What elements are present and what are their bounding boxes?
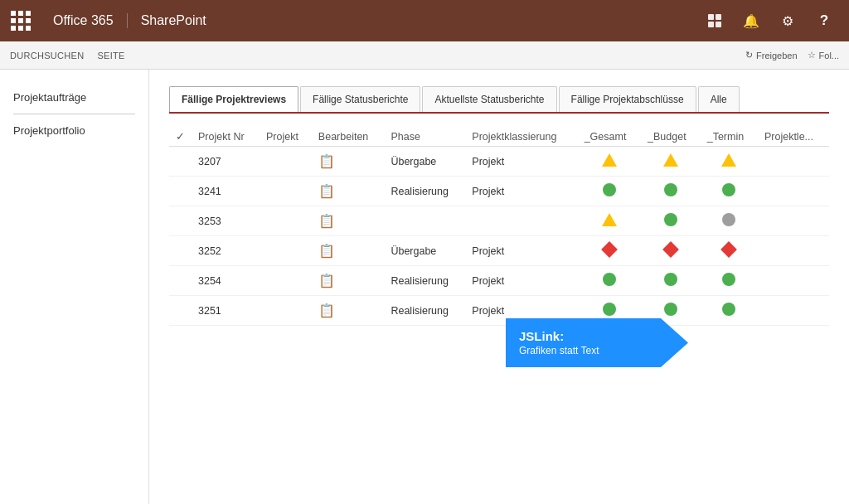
ribbon-durchsuchen[interactable]: Durchsuchen — [10, 51, 84, 61]
row-edit[interactable]: 📋 — [312, 147, 385, 177]
row-phase — [384, 206, 465, 236]
status-green-icon — [603, 183, 616, 196]
status-diamond-icon — [601, 241, 618, 258]
settings-icon[interactable]: ⚙ — [771, 4, 804, 37]
tab-aktuellste-statusberichte[interactable]: Aktuellste Statusberichte — [422, 86, 556, 112]
status-triangle-icon — [602, 153, 617, 167]
row-termin — [701, 147, 758, 177]
callout-subtitle: Grafiken statt Text — [519, 345, 672, 358]
refresh-icon: ↻ — [745, 50, 753, 61]
svg-rect-2 — [708, 22, 714, 27]
delve-icon[interactable] — [698, 4, 731, 37]
row-gesamt — [578, 147, 641, 177]
edit-icon[interactable]: 📋 — [318, 154, 335, 168]
ribbon: Durchsuchen Seite ↻ Freigeben ☆ Fol... — [0, 41, 849, 70]
row-klassierung — [465, 206, 577, 236]
table-row: 3241 📋 Realisierung Projekt — [169, 177, 829, 206]
svg-rect-1 — [716, 14, 721, 20]
top-navigation: Office 365 SharePoint 🔔 ⚙ ? — [0, 0, 849, 41]
folgen-label: Fol... — [819, 51, 839, 61]
top-nav-icons: 🔔 ⚙ ? — [698, 4, 841, 37]
row-klassierung: Projekt — [465, 266, 577, 296]
row-projekt — [260, 296, 312, 326]
row-projektleiter — [758, 206, 829, 236]
row-projektleiter — [758, 296, 829, 326]
row-check — [169, 296, 192, 326]
tab-faellige-statusberichte[interactable]: Fällige Statusberichte — [300, 86, 420, 112]
row-gesamt — [578, 177, 641, 206]
tab-faellige-projektreviews[interactable]: Fällige Projektreviews — [169, 86, 298, 112]
tab-alle[interactable]: Alle — [698, 86, 740, 112]
col-check: ✓ — [169, 127, 192, 147]
row-budget — [641, 266, 701, 296]
row-projekt — [260, 266, 312, 296]
row-projektleiter — [758, 266, 829, 296]
row-projekt — [260, 147, 312, 177]
col-nr: Projekt Nr — [192, 127, 260, 147]
edit-icon[interactable]: 📋 — [318, 244, 335, 258]
row-phase: Realisierung — [384, 266, 465, 296]
row-check — [169, 177, 192, 206]
row-edit[interactable]: 📋 — [312, 206, 385, 236]
row-check — [169, 147, 192, 177]
freigeben-action[interactable]: ↻ Freigeben — [745, 50, 798, 61]
row-check — [169, 236, 192, 266]
project-table: ✓ Projekt Nr Projekt Bearbeiten Phase Pr… — [169, 127, 829, 326]
row-projektleiter — [758, 147, 829, 177]
help-icon[interactable]: ? — [808, 4, 841, 37]
row-projektleiter — [758, 236, 829, 266]
col-klassierung: Projektklassierung — [465, 127, 577, 147]
row-termin — [701, 177, 758, 206]
row-nr: 3241 — [192, 177, 260, 206]
row-nr: 3251 — [192, 296, 260, 326]
grid-icon — [11, 11, 31, 31]
row-edit[interactable]: 📋 — [312, 236, 385, 266]
table-row: 3251 📋 Realisierung Projekt — [169, 296, 829, 326]
ribbon-actions: ↻ Freigeben ☆ Fol... — [745, 50, 839, 61]
folgen-action[interactable]: ☆ Fol... — [808, 50, 839, 61]
status-green-icon — [722, 183, 735, 196]
row-projekt — [260, 236, 312, 266]
jslink-callout: JSLink: Grafiken statt Text — [506, 318, 688, 367]
col-phase: Phase — [384, 127, 465, 147]
col-gesamt: _Gesamt — [578, 127, 641, 147]
row-nr: 3253 — [192, 206, 260, 236]
row-edit[interactable]: 📋 — [312, 266, 385, 296]
row-klassierung: Projekt — [465, 177, 577, 206]
status-green-icon — [603, 273, 616, 286]
star-icon: ☆ — [808, 50, 816, 61]
row-budget — [641, 206, 701, 236]
row-phase: Realisierung — [384, 177, 465, 206]
tab-faellige-projektabschluesse[interactable]: Fällige Projektabschlüsse — [559, 86, 696, 112]
table-row: 3254 📋 Realisierung Projekt — [169, 266, 829, 296]
col-budget: _Budget — [641, 127, 701, 147]
row-edit[interactable]: 📋 — [312, 296, 385, 326]
sidebar: Projektaufträge Projektportfolio — [0, 70, 149, 504]
table-row: 3253 📋 — [169, 206, 829, 236]
status-gray-icon — [722, 213, 735, 226]
row-nr: 3252 — [192, 236, 260, 266]
row-budget — [641, 147, 701, 177]
table-row: 3252 📋 Übergabe Projekt — [169, 236, 829, 266]
status-green-icon — [664, 213, 677, 226]
row-edit[interactable]: 📋 — [312, 177, 385, 206]
row-klassierung: Projekt — [465, 236, 577, 266]
edit-icon[interactable]: 📋 — [318, 184, 335, 198]
notifications-icon[interactable]: 🔔 — [735, 4, 768, 37]
sidebar-item-projektauftraege[interactable]: Projektaufträge — [13, 86, 135, 109]
ribbon-seite[interactable]: Seite — [97, 51, 124, 61]
edit-icon[interactable]: 📋 — [318, 214, 335, 228]
site-title: SharePoint — [141, 13, 698, 28]
table-header: ✓ Projekt Nr Projekt Bearbeiten Phase Pr… — [169, 127, 829, 147]
app-launcher-button[interactable] — [8, 8, 33, 33]
sidebar-divider — [13, 114, 135, 114]
tab-bar: Fällige Projektreviews Fällige Statusber… — [169, 86, 829, 114]
sidebar-item-projektportfolio[interactable]: Projektportfolio — [13, 119, 135, 142]
row-check — [169, 206, 192, 236]
edit-icon[interactable]: 📋 — [318, 303, 335, 317]
row-nr: 3254 — [192, 266, 260, 296]
edit-icon[interactable]: 📋 — [318, 274, 335, 288]
row-projekt — [260, 206, 312, 236]
row-budget — [641, 177, 701, 206]
status-triangle-icon — [721, 153, 736, 167]
